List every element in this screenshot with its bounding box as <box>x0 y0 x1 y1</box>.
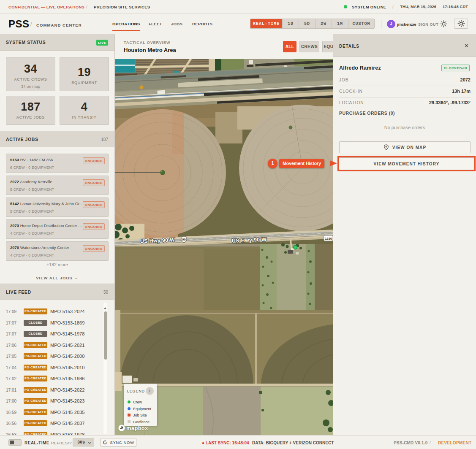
svg-text:90: 90 <box>182 238 185 241</box>
svg-text:1250: 1250 <box>325 237 332 241</box>
